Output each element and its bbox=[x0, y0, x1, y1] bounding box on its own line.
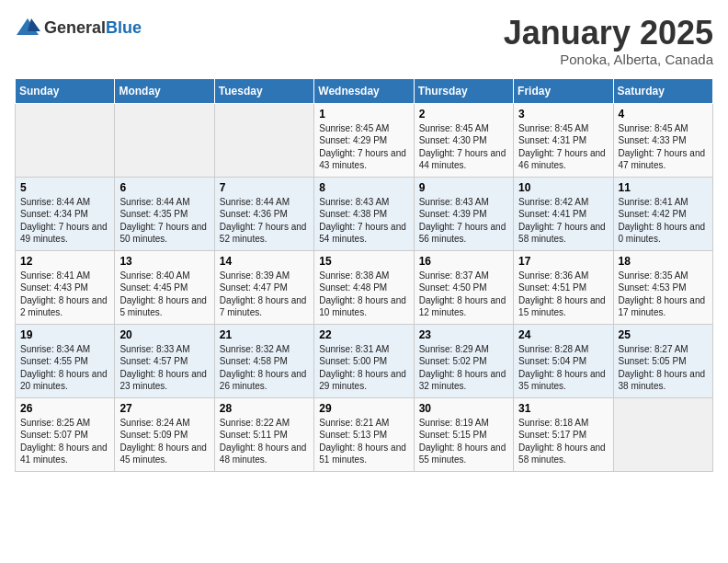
weekday-header: Saturday bbox=[613, 78, 712, 103]
day-info: Sunrise: 8:22 AMSunset: 5:11 PMDaylight:… bbox=[220, 417, 309, 466]
day-info: Sunrise: 8:43 AMSunset: 4:38 PMDaylight:… bbox=[319, 196, 408, 246]
calendar-day-cell bbox=[214, 103, 313, 177]
calendar-day-cell: 8Sunrise: 8:43 AMSunset: 4:38 PMDaylight… bbox=[314, 177, 414, 250]
weekday-header: Sunday bbox=[16, 78, 115, 103]
weekday-header: Tuesday bbox=[214, 78, 313, 103]
day-info: Sunrise: 8:21 AMSunset: 5:13 PMDaylight:… bbox=[319, 417, 408, 466]
day-number: 27 bbox=[119, 402, 209, 415]
day-info: Sunrise: 8:19 AMSunset: 5:15 PMDaylight:… bbox=[419, 417, 508, 466]
day-number: 1 bbox=[319, 108, 408, 121]
weekday-header: Thursday bbox=[414, 78, 513, 103]
calendar-day-cell: 29Sunrise: 8:21 AMSunset: 5:13 PMDayligh… bbox=[314, 397, 414, 471]
calendar-week-row: 19Sunrise: 8:34 AMSunset: 4:55 PMDayligh… bbox=[16, 324, 713, 397]
calendar-day-cell: 22Sunrise: 8:31 AMSunset: 5:00 PMDayligh… bbox=[314, 324, 414, 397]
day-number: 2 bbox=[419, 108, 508, 121]
logo-text-general: General bbox=[44, 18, 106, 37]
day-number: 31 bbox=[518, 402, 608, 415]
day-number: 15 bbox=[319, 255, 408, 268]
day-info: Sunrise: 8:32 AMSunset: 4:58 PMDaylight:… bbox=[220, 343, 309, 393]
calendar-day-cell: 26Sunrise: 8:25 AMSunset: 5:07 PMDayligh… bbox=[16, 397, 115, 471]
day-info: Sunrise: 8:35 AMSunset: 4:53 PMDaylight:… bbox=[619, 270, 708, 319]
day-info: Sunrise: 8:27 AMSunset: 5:05 PMDaylight:… bbox=[619, 343, 708, 393]
calendar-day-cell bbox=[613, 397, 712, 471]
day-info: Sunrise: 8:29 AMSunset: 5:02 PMDaylight:… bbox=[419, 343, 508, 393]
day-info: Sunrise: 8:25 AMSunset: 5:07 PMDaylight:… bbox=[20, 417, 109, 466]
day-info: Sunrise: 8:31 AMSunset: 5:00 PMDaylight:… bbox=[319, 343, 408, 393]
calendar-day-cell: 9Sunrise: 8:43 AMSunset: 4:39 PMDaylight… bbox=[414, 177, 513, 250]
logo: GeneralBlue bbox=[15, 15, 142, 40]
day-number: 23 bbox=[419, 328, 508, 341]
calendar-day-cell: 21Sunrise: 8:32 AMSunset: 4:58 PMDayligh… bbox=[214, 324, 313, 397]
day-number: 28 bbox=[220, 402, 309, 415]
calendar-title: January 2025 bbox=[504, 15, 713, 52]
day-info: Sunrise: 8:41 AMSunset: 4:42 PMDaylight:… bbox=[619, 196, 708, 246]
calendar-day-cell: 19Sunrise: 8:34 AMSunset: 4:55 PMDayligh… bbox=[16, 324, 115, 397]
weekday-row: SundayMondayTuesdayWednesdayThursdayFrid… bbox=[16, 78, 713, 103]
day-info: Sunrise: 8:33 AMSunset: 4:57 PMDaylight:… bbox=[119, 343, 209, 393]
calendar-week-row: 1Sunrise: 8:45 AMSunset: 4:29 PMDaylight… bbox=[16, 103, 713, 177]
day-number: 12 bbox=[20, 255, 109, 268]
calendar-day-cell: 5Sunrise: 8:44 AMSunset: 4:34 PMDaylight… bbox=[16, 177, 115, 250]
weekday-header: Wednesday bbox=[314, 78, 414, 103]
svg-marker-1 bbox=[28, 18, 40, 31]
day-number: 7 bbox=[220, 181, 309, 194]
calendar-day-cell: 24Sunrise: 8:28 AMSunset: 5:04 PMDayligh… bbox=[514, 324, 613, 397]
calendar-week-row: 12Sunrise: 8:41 AMSunset: 4:43 PMDayligh… bbox=[16, 250, 713, 324]
weekday-header: Monday bbox=[115, 78, 214, 103]
day-info: Sunrise: 8:44 AMSunset: 4:34 PMDaylight:… bbox=[20, 196, 109, 246]
day-info: Sunrise: 8:38 AMSunset: 4:48 PMDaylight:… bbox=[319, 270, 408, 319]
day-info: Sunrise: 8:28 AMSunset: 5:04 PMDaylight:… bbox=[518, 343, 608, 393]
day-number: 30 bbox=[419, 402, 508, 415]
day-info: Sunrise: 8:45 AMSunset: 4:33 PMDaylight:… bbox=[619, 122, 708, 172]
day-info: Sunrise: 8:36 AMSunset: 4:51 PMDaylight:… bbox=[518, 270, 608, 319]
calendar-day-cell: 15Sunrise: 8:38 AMSunset: 4:48 PMDayligh… bbox=[314, 250, 414, 324]
day-number: 19 bbox=[20, 328, 109, 341]
day-number: 5 bbox=[20, 181, 109, 194]
calendar-body: 1Sunrise: 8:45 AMSunset: 4:29 PMDaylight… bbox=[16, 103, 713, 471]
day-info: Sunrise: 8:18 AMSunset: 5:17 PMDaylight:… bbox=[518, 417, 608, 466]
logo-icon bbox=[15, 15, 40, 40]
page-header: GeneralBlue January 2025 Ponoka, Alberta… bbox=[15, 15, 713, 67]
calendar-day-cell: 16Sunrise: 8:37 AMSunset: 4:50 PMDayligh… bbox=[414, 250, 513, 324]
day-number: 14 bbox=[220, 255, 309, 268]
day-number: 22 bbox=[319, 328, 408, 341]
calendar-day-cell: 3Sunrise: 8:45 AMSunset: 4:31 PMDaylight… bbox=[514, 103, 613, 177]
calendar-day-cell: 10Sunrise: 8:42 AMSunset: 4:41 PMDayligh… bbox=[514, 177, 613, 250]
calendar-day-cell: 4Sunrise: 8:45 AMSunset: 4:33 PMDaylight… bbox=[613, 103, 712, 177]
day-info: Sunrise: 8:45 AMSunset: 4:31 PMDaylight:… bbox=[518, 122, 608, 172]
calendar-day-cell: 14Sunrise: 8:39 AMSunset: 4:47 PMDayligh… bbox=[214, 250, 313, 324]
day-number: 8 bbox=[319, 181, 408, 194]
calendar-day-cell: 13Sunrise: 8:40 AMSunset: 4:45 PMDayligh… bbox=[115, 250, 214, 324]
day-info: Sunrise: 8:37 AMSunset: 4:50 PMDaylight:… bbox=[419, 270, 508, 319]
calendar-week-row: 5Sunrise: 8:44 AMSunset: 4:34 PMDaylight… bbox=[16, 177, 713, 250]
calendar-table: SundayMondayTuesdayWednesdayThursdayFrid… bbox=[15, 78, 713, 472]
day-info: Sunrise: 8:41 AMSunset: 4:43 PMDaylight:… bbox=[20, 270, 109, 319]
day-info: Sunrise: 8:42 AMSunset: 4:41 PMDaylight:… bbox=[518, 196, 608, 246]
day-number: 29 bbox=[319, 402, 408, 415]
day-number: 10 bbox=[518, 181, 608, 194]
calendar-day-cell: 11Sunrise: 8:41 AMSunset: 4:42 PMDayligh… bbox=[613, 177, 712, 250]
calendar-day-cell: 27Sunrise: 8:24 AMSunset: 5:09 PMDayligh… bbox=[115, 397, 214, 471]
day-number: 6 bbox=[119, 181, 209, 194]
calendar-day-cell: 28Sunrise: 8:22 AMSunset: 5:11 PMDayligh… bbox=[214, 397, 313, 471]
day-number: 21 bbox=[220, 328, 309, 341]
day-info: Sunrise: 8:44 AMSunset: 4:36 PMDaylight:… bbox=[220, 196, 309, 246]
day-info: Sunrise: 8:45 AMSunset: 4:29 PMDaylight:… bbox=[319, 122, 408, 172]
day-info: Sunrise: 8:45 AMSunset: 4:30 PMDaylight:… bbox=[419, 122, 508, 172]
calendar-day-cell: 1Sunrise: 8:45 AMSunset: 4:29 PMDaylight… bbox=[314, 103, 414, 177]
day-number: 24 bbox=[518, 328, 608, 341]
calendar-week-row: 26Sunrise: 8:25 AMSunset: 5:07 PMDayligh… bbox=[16, 397, 713, 471]
day-info: Sunrise: 8:24 AMSunset: 5:09 PMDaylight:… bbox=[119, 417, 209, 466]
calendar-day-cell: 2Sunrise: 8:45 AMSunset: 4:30 PMDaylight… bbox=[414, 103, 513, 177]
day-number: 25 bbox=[619, 328, 708, 341]
calendar-day-cell: 12Sunrise: 8:41 AMSunset: 4:43 PMDayligh… bbox=[16, 250, 115, 324]
day-number: 9 bbox=[419, 181, 508, 194]
day-info: Sunrise: 8:34 AMSunset: 4:55 PMDaylight:… bbox=[20, 343, 109, 393]
calendar-day-cell: 7Sunrise: 8:44 AMSunset: 4:36 PMDaylight… bbox=[214, 177, 313, 250]
calendar-header: SundayMondayTuesdayWednesdayThursdayFrid… bbox=[16, 78, 713, 103]
calendar-day-cell: 20Sunrise: 8:33 AMSunset: 4:57 PMDayligh… bbox=[115, 324, 214, 397]
day-info: Sunrise: 8:39 AMSunset: 4:47 PMDaylight:… bbox=[220, 270, 309, 319]
calendar-day-cell bbox=[16, 103, 115, 177]
day-number: 16 bbox=[419, 255, 508, 268]
calendar-day-cell: 23Sunrise: 8:29 AMSunset: 5:02 PMDayligh… bbox=[414, 324, 513, 397]
